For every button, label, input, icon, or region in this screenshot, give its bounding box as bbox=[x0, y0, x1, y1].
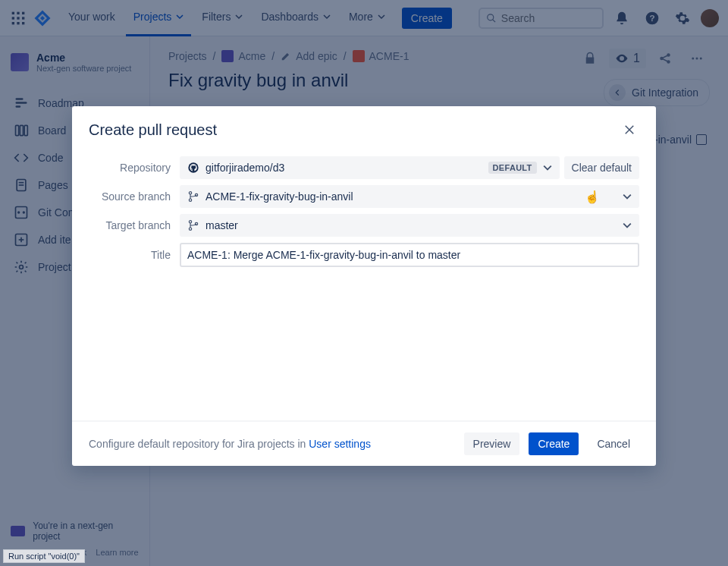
chevron-down-icon bbox=[623, 221, 632, 230]
svg-point-44 bbox=[189, 228, 191, 230]
user-settings-link[interactable]: User settings bbox=[309, 438, 371, 450]
svg-point-40 bbox=[189, 192, 191, 194]
branch-icon bbox=[187, 190, 199, 203]
clear-default-button[interactable]: Clear default bbox=[564, 156, 639, 179]
footer-hint: Configure default repository for Jira pr… bbox=[89, 438, 371, 450]
source-branch-label: Source branch bbox=[89, 190, 180, 203]
modal-title: Create pull request bbox=[89, 121, 217, 139]
github-icon bbox=[187, 162, 199, 174]
chevron-down-icon bbox=[623, 192, 632, 201]
modal-close-button[interactable] bbox=[620, 120, 639, 140]
close-icon bbox=[623, 123, 636, 137]
chevron-down-icon bbox=[543, 163, 552, 172]
preview-button[interactable]: Preview bbox=[464, 432, 520, 455]
create-pr-modal: Create pull request Repository gitforjir… bbox=[72, 106, 656, 466]
svg-point-43 bbox=[189, 221, 191, 223]
target-branch-label: Target branch bbox=[89, 219, 180, 231]
target-branch-select[interactable]: master bbox=[180, 214, 639, 237]
modal-footer: Configure default repository for Jira pr… bbox=[72, 420, 656, 466]
source-branch-select[interactable]: ACME-1-fix-gravity-bug-in-anvil ☝ bbox=[180, 185, 639, 208]
create-pr-button[interactable]: Create bbox=[529, 432, 579, 455]
repository-select[interactable]: gitforjirademo/d3 DEFAULT bbox=[180, 156, 560, 179]
pr-title-input[interactable] bbox=[180, 243, 639, 267]
repository-label: Repository bbox=[89, 162, 180, 174]
default-badge: DEFAULT bbox=[488, 162, 537, 174]
branch-icon bbox=[187, 219, 199, 231]
modal-overlay: Create pull request Repository gitforjir… bbox=[0, 0, 728, 566]
browser-status-bar: Run script "void(0)" bbox=[3, 549, 85, 563]
title-label: Title bbox=[89, 249, 180, 261]
cancel-button[interactable]: Cancel bbox=[588, 432, 639, 455]
svg-point-41 bbox=[189, 199, 191, 201]
